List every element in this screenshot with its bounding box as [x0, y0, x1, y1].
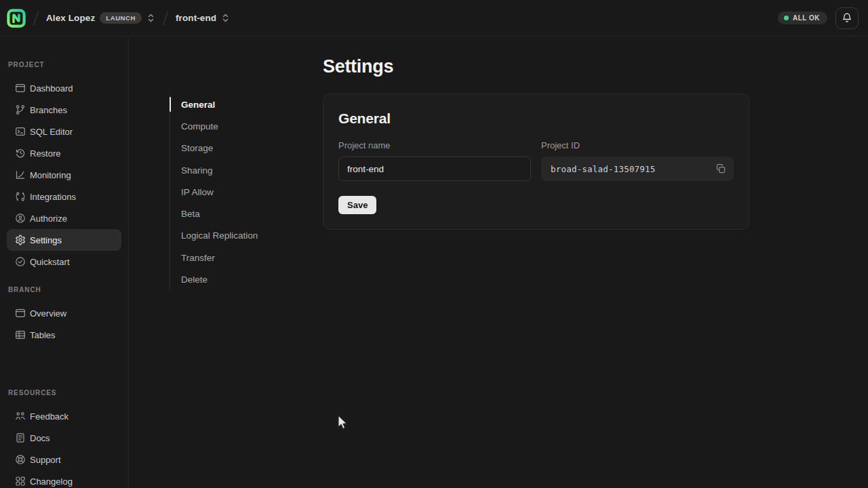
sidebar-item-branches[interactable]: Branches [7, 99, 121, 121]
changelog-icon [15, 476, 26, 487]
sidebar-item-quickstart[interactable]: Quickstart [7, 251, 121, 272]
sidebar-item-changelog[interactable]: Changelog [7, 470, 121, 488]
sidebar-item-label: Monitoring [30, 170, 71, 180]
check-circle-icon [15, 256, 26, 267]
sidebar-item-monitoring[interactable]: Monitoring [7, 164, 121, 186]
neon-logo-icon[interactable] [7, 9, 26, 28]
card-title: General [338, 110, 734, 127]
sidebar-item-label: Feedback [30, 411, 68, 422]
gear-icon [15, 235, 26, 245]
restore-icon [15, 148, 26, 159]
org-selector[interactable]: Alex Lopez LAUNCH [46, 12, 155, 24]
sidebar-item-authorize[interactable]: Authorize [7, 207, 121, 229]
sidebar-item-overview[interactable]: Overview [7, 302, 121, 324]
integrations-icon [15, 191, 26, 202]
settings-tab-storage[interactable]: Storage [170, 138, 292, 159]
settings-tab-transfer[interactable]: Transfer [170, 247, 292, 268]
sidebar-item-label: Restore [30, 148, 61, 159]
chevron-updown-icon[interactable] [221, 13, 230, 23]
sidebar-item-sql-editor[interactable]: SQL Editor [7, 121, 121, 142]
sidebar-item-label: Support [30, 455, 61, 465]
branches-icon [15, 104, 26, 115]
overview-icon [15, 308, 26, 319]
settings-tab-compute[interactable]: Compute [170, 115, 292, 137]
project-id-value: broad-salad-13507915 [551, 164, 656, 174]
sidebar-item-label: Authorize [30, 214, 67, 224]
status-badge[interactable]: ALL OK [778, 12, 827, 24]
chevron-updown-icon[interactable] [146, 13, 155, 23]
sidebar-item-label: Quickstart [30, 257, 70, 267]
sidebar-item-label: Docs [30, 433, 50, 443]
breadcrumb-slash [161, 8, 170, 28]
bell-icon [842, 12, 852, 24]
sidebar-item-label: Overview [30, 308, 66, 319]
org-name: Alex Lopez [46, 13, 95, 23]
sidebar-section-resources: RESOURCES [7, 389, 121, 396]
sidebar-item-restore[interactable]: Restore [7, 142, 121, 164]
sidebar-item-tables[interactable]: Tables [7, 324, 121, 346]
sidebar-item-settings[interactable]: Settings [7, 229, 121, 251]
plan-badge: LAUNCH [100, 12, 142, 24]
main-content: Settings General Compute Storage Sharing… [129, 37, 868, 488]
settings-tab-general[interactable]: General [170, 94, 292, 115]
notifications-button[interactable] [835, 7, 859, 29]
settings-tab-logical-replication[interactable]: Logical Replication [170, 225, 292, 247]
settings-tab-delete[interactable]: Delete [170, 268, 292, 290]
sidebar-item-label: Branches [30, 105, 67, 115]
feedback-icon [15, 411, 26, 422]
status-label: ALL OK [793, 14, 820, 22]
authorize-icon [15, 213, 26, 224]
monitoring-icon [15, 169, 26, 180]
sidebar-item-dashboard[interactable]: Dashboard [7, 77, 121, 99]
sidebar-section-branch: BRANCH [7, 286, 121, 293]
page-title: Settings [323, 56, 393, 77]
sidebar-item-label: Settings [30, 235, 62, 245]
project-name-input[interactable] [338, 157, 531, 181]
sidebar: PROJECT Dashboard Branches SQL Editor Re… [0, 37, 129, 488]
sidebar-item-label: Integrations [30, 192, 76, 202]
sidebar-item-label: Changelog [30, 476, 73, 487]
support-icon [15, 454, 26, 465]
copy-project-id-button[interactable] [712, 160, 730, 178]
sidebar-item-label: SQL Editor [30, 127, 73, 137]
project-selector[interactable]: front-end [176, 13, 230, 23]
sidebar-item-integrations[interactable]: Integrations [7, 186, 121, 207]
sidebar-section-project: PROJECT [7, 61, 121, 68]
tables-icon [15, 329, 26, 340]
sidebar-item-label: Dashboard [30, 83, 73, 94]
sql-editor-icon [15, 126, 26, 137]
project-name: front-end [176, 13, 216, 23]
sidebar-item-support[interactable]: Support [7, 449, 121, 470]
status-ok-dot [784, 16, 789, 20]
project-id-field-group: Project ID broad-salad-13507915 [541, 140, 734, 181]
general-settings-card: General Project name Project ID broad-sa… [323, 94, 749, 230]
settings-tab-ip-allow[interactable]: IP Allow [170, 181, 292, 203]
dashboard-icon [15, 83, 26, 94]
docs-icon [15, 432, 26, 443]
project-id-label: Project ID [541, 140, 734, 150]
topbar: Alex Lopez LAUNCH front-end ALL OK [0, 0, 868, 37]
project-name-field-group: Project name [338, 140, 531, 181]
breadcrumb-slash [31, 8, 41, 28]
sidebar-item-feedback[interactable]: Feedback [7, 405, 121, 427]
project-id-field: broad-salad-13507915 [541, 157, 734, 181]
save-button[interactable]: Save [338, 196, 376, 214]
settings-tab-sharing[interactable]: Sharing [170, 159, 292, 181]
settings-nav: General Compute Storage Sharing IP Allow… [170, 94, 292, 291]
project-name-label: Project name [338, 140, 531, 150]
settings-tab-beta[interactable]: Beta [170, 203, 292, 224]
copy-icon [715, 163, 726, 174]
sidebar-item-label: Tables [30, 330, 56, 340]
sidebar-item-docs[interactable]: Docs [7, 427, 121, 449]
